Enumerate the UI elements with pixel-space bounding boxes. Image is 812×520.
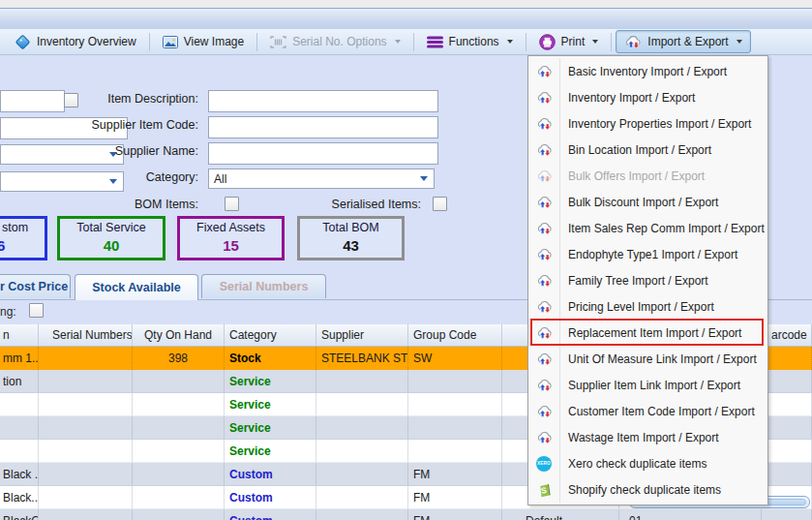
- view-image-button[interactable]: View Image: [154, 31, 253, 52]
- supplier-item-code-input[interactable]: [208, 116, 438, 138]
- table-cell[interactable]: [762, 393, 812, 416]
- column-header[interactable]: Group Code: [408, 324, 502, 346]
- table-cell[interactable]: [0, 393, 39, 416]
- table-cell[interactable]: [39, 416, 133, 440]
- table-cell[interactable]: Custom: [225, 509, 316, 520]
- table-cell[interactable]: [133, 370, 225, 393]
- column-header[interactable]: Qty On Hand: [133, 324, 225, 346]
- import-export-button[interactable]: Import & Export: [616, 30, 750, 53]
- menu-item[interactable]: XEROXero check duplicate items: [528, 450, 767, 476]
- table-cell[interactable]: Service: [225, 440, 316, 463]
- table-cell[interactable]: [408, 440, 502, 463]
- table-cell[interactable]: Black...: [0, 486, 39, 509]
- table-cell[interactable]: Stock: [225, 347, 316, 370]
- table-cell[interactable]: [762, 347, 812, 370]
- cutoff-checkbox[interactable]: [64, 93, 78, 107]
- table-cell[interactable]: SW: [408, 347, 502, 370]
- menu-item[interactable]: Basic Inventory Import / Export: [528, 58, 767, 84]
- table-cell[interactable]: [408, 393, 502, 416]
- table-cell[interactable]: [316, 370, 408, 393]
- table-cell[interactable]: Service: [225, 393, 316, 416]
- table-cell[interactable]: [762, 463, 812, 486]
- table-cell[interactable]: [39, 440, 133, 463]
- table-cell[interactable]: [316, 509, 408, 520]
- tab-cost-price[interactable]: r Cost Price: [0, 274, 71, 298]
- table-cell[interactable]: [762, 370, 812, 393]
- table-cell[interactable]: tion: [0, 370, 39, 393]
- table-cell[interactable]: FM: [408, 509, 502, 520]
- menu-item-label: Pricing Level Import / Export: [568, 300, 714, 314]
- table-cell[interactable]: [762, 440, 812, 463]
- table-cell[interactable]: [133, 416, 225, 440]
- table-cell[interactable]: [0, 416, 39, 440]
- menu-item[interactable]: Customer Item Code Import / Export: [528, 398, 767, 424]
- table-cell[interactable]: 01: [619, 509, 762, 520]
- column-header[interactable]: Supplier: [316, 324, 408, 346]
- item-description-input[interactable]: [208, 90, 438, 112]
- table-cell[interactable]: [316, 463, 408, 486]
- menu-item[interactable]: Wastage Item Import / Export: [528, 424, 767, 450]
- table-cell[interactable]: [39, 486, 133, 509]
- tab-stock-available[interactable]: Stock Available: [75, 274, 198, 300]
- bom-items-checkbox[interactable]: [225, 197, 239, 211]
- table-cell[interactable]: [133, 486, 225, 509]
- menu-item[interactable]: Bin Location Import / Export: [528, 137, 767, 163]
- table-cell[interactable]: [408, 416, 502, 440]
- table-cell[interactable]: FM: [408, 463, 502, 486]
- category-select[interactable]: All: [208, 168, 435, 189]
- table-cell[interactable]: 398: [133, 347, 225, 370]
- column-header[interactable]: Category: [225, 324, 316, 346]
- serialised-items-checkbox[interactable]: [433, 197, 447, 211]
- table-cell[interactable]: [39, 347, 133, 370]
- table-cell[interactable]: [408, 370, 502, 393]
- table-cell[interactable]: [762, 416, 812, 440]
- column-header[interactable]: Serial Numbers: [39, 324, 133, 346]
- menu-item[interactable]: Inventory Import / Export: [528, 84, 767, 110]
- table-cell[interactable]: [39, 463, 133, 486]
- table-cell[interactable]: Black ...: [0, 463, 39, 486]
- column-header[interactable]: n: [0, 324, 39, 346]
- menu-item[interactable]: Item Sales Rep Comm Import / Export: [528, 215, 767, 241]
- table-cell[interactable]: [316, 416, 408, 440]
- table-cell[interactable]: mm 1...: [0, 347, 39, 370]
- table-cell[interactable]: [316, 440, 408, 463]
- table-cell[interactable]: Custom: [225, 486, 316, 509]
- cutoff-field-1[interactable]: [0, 90, 65, 112]
- functions-button[interactable]: Functions: [418, 31, 522, 52]
- menu-item[interactable]: Endophyte Type1 Import / Export: [528, 241, 767, 267]
- table-cell[interactable]: STEELBANK ST...: [316, 347, 408, 370]
- table-cell[interactable]: Service: [225, 370, 316, 393]
- table-cell[interactable]: Custom: [225, 463, 316, 486]
- table-cell[interactable]: BlackG: [0, 509, 39, 520]
- inventory-overview-button[interactable]: Inventory Overview: [6, 30, 145, 54]
- menu-item[interactable]: Pricing Level Import / Export: [528, 293, 767, 320]
- table-cell[interactable]: [133, 393, 225, 416]
- table-cell[interactable]: Service: [225, 416, 316, 440]
- subfilter-checkbox[interactable]: [29, 303, 44, 318]
- import-export-menu: Basic Inventory Import / ExportInventory…: [527, 55, 768, 505]
- menu-item[interactable]: Unit Of Measure Link Import / Export: [528, 346, 767, 372]
- menu-item[interactable]: Inventory Properties Import / Export: [528, 110, 767, 137]
- table-cell[interactable]: FM: [408, 486, 502, 509]
- table-cell[interactable]: [39, 393, 133, 416]
- table-row[interactable]: BlackGCustomFMDefault01: [0, 509, 812, 520]
- table-cell[interactable]: [316, 393, 408, 416]
- menu-item-label: Bulk Offers Import / Export: [568, 169, 705, 183]
- table-cell[interactable]: [762, 509, 812, 520]
- table-cell[interactable]: [316, 486, 408, 509]
- supplier-name-input[interactable]: [208, 142, 438, 165]
- menu-item[interactable]: SShopify check duplicate items: [528, 476, 767, 503]
- table-cell[interactable]: [39, 509, 133, 520]
- table-cell[interactable]: [133, 440, 225, 463]
- menu-item[interactable]: Bulk Discount Import / Export: [528, 189, 767, 215]
- table-cell[interactable]: [133, 509, 225, 520]
- menu-item[interactable]: Family Tree Import / Export: [528, 267, 767, 293]
- table-cell[interactable]: [39, 370, 133, 393]
- table-cell[interactable]: Default: [502, 509, 619, 520]
- column-header[interactable]: arcode: [762, 324, 812, 346]
- print-button[interactable]: Print: [530, 30, 608, 54]
- menu-item[interactable]: Supplier Item Link Import / Export: [528, 372, 767, 398]
- table-cell[interactable]: [133, 463, 225, 486]
- menu-item[interactable]: Replacement Item Import / Export: [528, 320, 767, 346]
- table-cell[interactable]: [0, 440, 39, 463]
